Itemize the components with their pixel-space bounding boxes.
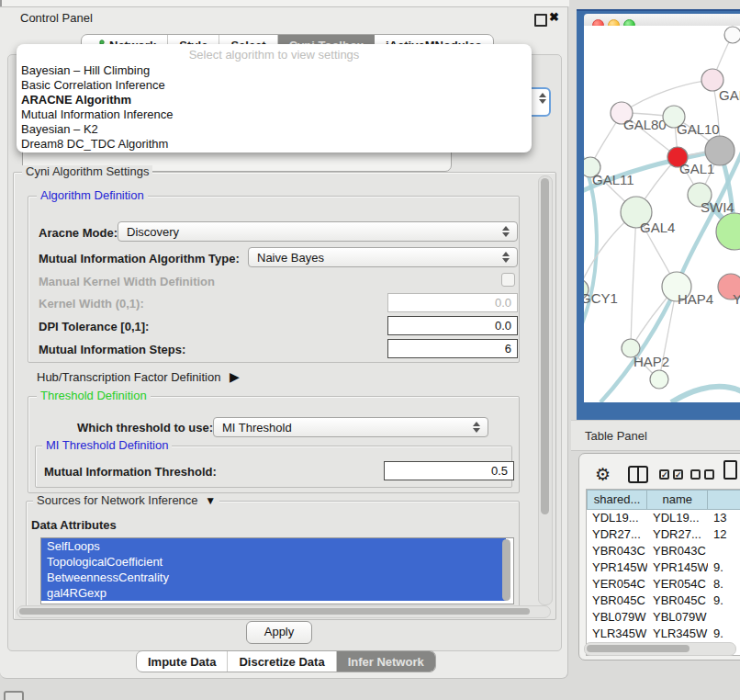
sources-group-title[interactable]: Sources for Network Inference ▼ bbox=[33, 494, 219, 507]
network-svg: GALGAL80GAL10GAL1GAL11GAL4SWI4GCY1HAP4YH… bbox=[584, 26, 740, 402]
mi-algorithm-type-label: Mutual Information Algorithm Type: bbox=[39, 252, 240, 265]
network-node-label: GAL11 bbox=[592, 172, 634, 187]
cell: YBR045C bbox=[647, 593, 708, 609]
mi-threshold-field[interactable]: 0.5 bbox=[384, 461, 514, 480]
collapse-down-icon: ▼ bbox=[205, 494, 216, 507]
collapse-right-icon: ▶ bbox=[230, 369, 240, 384]
panel-title: Control Panel bbox=[20, 11, 93, 25]
tab-impute-data[interactable]: Impute Data bbox=[137, 651, 228, 672]
table-row[interactable]: YDR27...YDR27...12 bbox=[587, 526, 740, 543]
column-header[interactable]: name bbox=[647, 490, 708, 510]
network-node-label: GAL80 bbox=[623, 117, 667, 132]
network-node-label: GAL1 bbox=[679, 161, 714, 176]
table-row[interactable]: YPR145WYPR145W9. bbox=[587, 559, 740, 576]
node-table[interactable]: shared... name YDL19...YDL19...13 YDR27.… bbox=[586, 489, 740, 656]
network-node-label: GCY1 bbox=[584, 290, 618, 306]
data-attributes-label: Data Attributes bbox=[31, 518, 117, 532]
column-header[interactable] bbox=[708, 490, 740, 510]
network-node-label: GAL bbox=[719, 87, 740, 103]
tab-label: Infer Network bbox=[348, 655, 424, 669]
spinner-down-icon bbox=[502, 232, 510, 237]
table-hscrollbar-thumb[interactable] bbox=[587, 645, 690, 652]
kernel-width-label: Kernel Width (0,1): bbox=[39, 297, 144, 310]
network-nodes: GALGAL80GAL10GAL1GAL11GAL4SWI4GCY1HAP4YH… bbox=[584, 27, 740, 389]
hub-definition-toggle[interactable]: Hub/Transcription Factor Definition ▶ bbox=[37, 369, 240, 384]
table-row[interactable]: YBR043CYBR043C bbox=[587, 543, 740, 559]
dropdown-item[interactable]: Bayesian – K2 bbox=[17, 122, 532, 137]
aracne-mode-combo[interactable]: Discovery bbox=[118, 221, 518, 242]
cell: YBL079W bbox=[647, 609, 708, 626]
spinner-down-icon bbox=[473, 428, 480, 433]
cell: YPR145W bbox=[647, 559, 708, 576]
settings-hscrollbar-thumb[interactable] bbox=[19, 608, 530, 615]
kernel-width-field[interactable]: 0.0 bbox=[387, 293, 518, 312]
cell: 9. bbox=[708, 626, 740, 642]
gear-icon[interactable]: ⚙ bbox=[595, 464, 611, 485]
threshold-definition-title: Threshold Definition bbox=[37, 390, 151, 402]
cell: YBR043C bbox=[587, 543, 647, 559]
dropdown-item[interactable]: Mutual Information Inference bbox=[17, 107, 532, 122]
column-header[interactable]: shared... bbox=[587, 490, 647, 510]
network-node-label: SWI4 bbox=[701, 199, 734, 215]
deselect-all-columns-icon[interactable] bbox=[690, 469, 714, 480]
settings-vscrollbar-track[interactable] bbox=[538, 175, 553, 605]
network-node[interactable] bbox=[705, 136, 734, 165]
table-hscrollbar-track[interactable] bbox=[584, 642, 736, 656]
spinner-down-icon bbox=[502, 258, 510, 263]
dpi-tolerance-field[interactable]: 0.0 bbox=[387, 316, 518, 335]
cell: YDL19... bbox=[587, 510, 647, 526]
float-window-icon[interactable] bbox=[534, 14, 547, 27]
manual-kernel-width-checkbox[interactable] bbox=[501, 273, 515, 287]
cell: YPR145W bbox=[587, 559, 647, 576]
list-item[interactable]: TopologicalCoefficient bbox=[41, 554, 506, 570]
list-item[interactable]: SelfLoops bbox=[41, 538, 506, 554]
spinner-up-icon bbox=[502, 252, 510, 256]
aracne-mode-label: Aracne Mode: bbox=[39, 226, 118, 240]
mi-steps-field[interactable]: 6 bbox=[387, 339, 518, 358]
control-panel-titlebar: Control Panel ✖ bbox=[0, 7, 567, 29]
dropdown-item[interactable]: Bayesian – Hill Climbing bbox=[17, 63, 532, 78]
cell: YLR345W bbox=[587, 626, 647, 642]
settings-vscrollbar-thumb[interactable] bbox=[541, 178, 549, 514]
hub-definition-label: Hub/Transcription Factor Definition bbox=[37, 370, 220, 384]
network-canvas[interactable]: GALGAL80GAL10GAL1GAL11GAL4SWI4GCY1HAP4YH… bbox=[584, 26, 740, 402]
columns-icon[interactable] bbox=[628, 466, 648, 483]
collapsed-panel-icon[interactable] bbox=[4, 691, 24, 700]
network-node-label: GAL4 bbox=[640, 220, 675, 235]
network-node[interactable] bbox=[724, 27, 740, 43]
tab-infer-network[interactable]: Infer Network bbox=[337, 651, 435, 672]
apply-button[interactable]: Apply bbox=[246, 621, 312, 644]
cell: YBR043C bbox=[647, 543, 708, 559]
screen: Control Panel ✖ Network Style bbox=[0, 0, 740, 700]
checked-box-icon: ✓ bbox=[673, 469, 683, 480]
export-table-icon[interactable] bbox=[723, 460, 737, 480]
table-row[interactable]: YBL079WYBL079W bbox=[587, 609, 740, 626]
cell: YBR045C bbox=[587, 593, 647, 609]
algorithm-definition-title: Algorithm Definition bbox=[37, 189, 148, 202]
which-threshold-label: Which threshold to use: bbox=[77, 421, 213, 435]
table-row[interactable]: YDL19...YDL19...13 bbox=[587, 510, 740, 526]
which-threshold-combo[interactable]: MI Threshold bbox=[213, 417, 488, 437]
mi-steps-label: Mutual Information Steps: bbox=[39, 343, 185, 356]
data-attributes-list[interactable]: SelfLoops TopologicalCoefficient Between… bbox=[40, 537, 514, 604]
table-header-row: shared... name bbox=[587, 490, 740, 510]
spinner-down-icon bbox=[539, 99, 546, 104]
dropdown-item[interactable]: Dream8 DC_TDC Algorithm bbox=[17, 137, 532, 152]
table-row[interactable]: YLR345WYLR345W9. bbox=[587, 626, 740, 642]
mi-algorithm-type-combo[interactable]: Naive Bayes bbox=[248, 247, 518, 267]
network-node[interactable] bbox=[650, 370, 668, 389]
select-all-columns-icon[interactable]: ✓ ✓ bbox=[659, 469, 683, 480]
table-row[interactable]: YER054CYER054C8. bbox=[587, 576, 740, 593]
close-icon[interactable]: ✖ bbox=[549, 10, 559, 24]
dropdown-item-selected[interactable]: ARACNE Algorithm bbox=[17, 93, 532, 107]
algorithm-dropdown: Select algorithm to view settings Bayesi… bbox=[17, 44, 532, 152]
cell: 9. bbox=[708, 559, 740, 576]
settings-hscrollbar-track[interactable] bbox=[17, 605, 551, 618]
list-item[interactable]: gal4RGexp bbox=[41, 585, 506, 601]
list-vscrollbar-thumb[interactable] bbox=[502, 539, 510, 601]
list-item[interactable]: BetweennessCentrality bbox=[41, 570, 506, 585]
tab-discretize-data[interactable]: Discretize Data bbox=[228, 651, 336, 672]
tab-label: Discretize Data bbox=[239, 655, 324, 669]
dropdown-item[interactable]: Basic Correlation Inference bbox=[17, 78, 532, 93]
table-row[interactable]: YBR045CYBR045C9. bbox=[587, 593, 740, 609]
